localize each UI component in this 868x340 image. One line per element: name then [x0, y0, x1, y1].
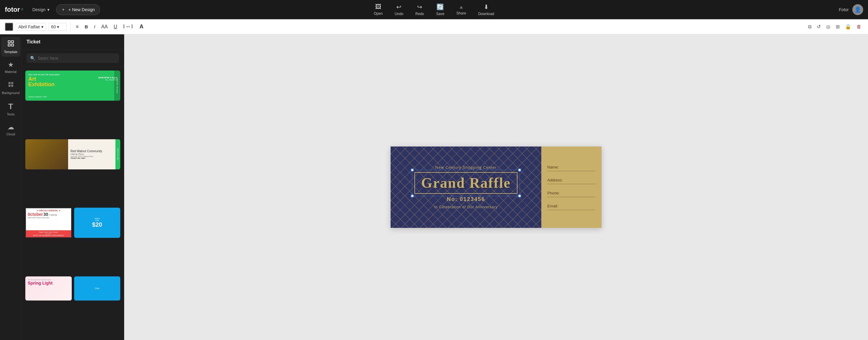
share-tool[interactable]: ⟁ Share	[452, 2, 471, 17]
search-box: 🔍	[22, 50, 124, 67]
text-transform-button[interactable]: A	[138, 22, 145, 31]
sidebar-item-texts[interactable]: T Texts	[1, 99, 21, 119]
handle-bottom-right[interactable]	[518, 194, 521, 197]
download-tool[interactable]: ⬇ Download	[473, 1, 499, 18]
left-sidebar: Template ★ Material Background T Texts ☁…	[0, 34, 22, 340]
redo-label: Redo	[415, 12, 424, 16]
sidebar-item-background[interactable]: Background	[1, 78, 21, 98]
font-color-swatch[interactable]	[5, 23, 13, 31]
star-icon: ★	[8, 61, 14, 69]
trash-icon: 🗑	[857, 24, 861, 30]
undo-tool[interactable]: ↩ Undo	[390, 1, 408, 18]
template-art-exhibition[interactable]: New York Art and Life Association ArtExh…	[25, 70, 120, 101]
ticket-left-section: New Century Shopping Center Grand Raffle	[391, 147, 541, 228]
ticket-field-name: Name:	[547, 164, 595, 171]
cloud-icon: ☁	[7, 123, 14, 131]
ticket-left-content: New Century Shopping Center Grand Raffle	[391, 147, 541, 228]
handle-top-left[interactable]	[411, 168, 414, 172]
share-icon: ⟁	[460, 4, 463, 10]
font-size-label: 60	[51, 24, 56, 29]
flip-button[interactable]: ↺	[815, 23, 823, 31]
save-icon: 🔄	[436, 3, 444, 10]
template-admit-stub[interactable]: ADMIT ONE $20	[74, 208, 121, 238]
save-tool[interactable]: 🔄 Save	[431, 1, 449, 18]
open-label: Open	[374, 11, 382, 16]
transform-icon: A	[140, 24, 144, 30]
template-circus[interactable]: ✦ CIRCUS CARNIVAL ✦ 0ctober 30 7:00PM Gr…	[25, 208, 72, 238]
ticket-main-title[interactable]: Grand Raffle	[421, 176, 510, 190]
template-spring-light[interactable]: The Musical Stone Studio Presents Spring…	[25, 276, 72, 301]
bold-icon: B	[85, 24, 88, 29]
italic-button[interactable]: I	[92, 23, 97, 30]
download-label: Download	[478, 12, 494, 16]
delete-button[interactable]: 🗑	[855, 23, 863, 31]
template-grid: New York Art and Life Association ArtExh…	[22, 67, 124, 340]
svg-rect-2	[8, 44, 10, 46]
canvas-area[interactable]: New Century Shopping Center Grand Raffle	[124, 34, 868, 340]
align-button[interactable]: ≡	[74, 23, 81, 31]
svg-rect-3	[11, 44, 13, 46]
new-design-button[interactable]: ＋ + New Design	[56, 4, 100, 15]
circle-button[interactable]: ◎	[824, 23, 832, 31]
format-bar: Abril Fatfae ▾ 60 ▾ ≡ B I AA U I↔I A ⧉ ↺…	[0, 19, 868, 34]
underline-button[interactable]: U	[112, 23, 119, 31]
design-label: Design	[32, 7, 45, 12]
open-icon: 🖼	[375, 3, 381, 10]
ticket-field-address: Address:	[547, 177, 595, 184]
lock-button[interactable]: 🔒	[843, 23, 853, 31]
open-tool[interactable]: 🖼 Open	[369, 1, 387, 18]
ticket-subtitle: In Celebration of Our Anniversary	[434, 205, 498, 209]
nav-right: Fotor 👤	[839, 4, 863, 15]
name-label: Name:	[547, 165, 559, 169]
ticket-field-email: Email:	[547, 203, 595, 210]
font-size-selector[interactable]: 60 ▾	[49, 23, 67, 31]
template-charity-party[interactable]: Red Walnut Community Charity Party June …	[25, 139, 120, 169]
texts-label: Texts	[7, 113, 15, 116]
font-name-label: Abril Fatfae	[19, 24, 40, 29]
handle-bottom-left[interactable]	[411, 194, 414, 197]
template-blue-stub[interactable]: One	[74, 276, 121, 301]
logo-text: fotor	[5, 6, 20, 13]
ticket-canvas: New Century Shopping Center Grand Raffle	[391, 147, 601, 228]
ticket-right-section: Name: Address: Phone: Email:	[541, 147, 601, 228]
logo[interactable]: fotor ®	[5, 6, 23, 13]
avatar[interactable]: 👤	[852, 4, 863, 15]
share-label: Share	[456, 11, 466, 16]
redo-tool[interactable]: ↪ Redo	[410, 1, 429, 18]
plus-icon: ＋	[61, 7, 65, 12]
copy-button[interactable]: ⧉	[806, 23, 813, 31]
undo-label: Undo	[395, 12, 404, 16]
nav-tools: 🖼 Open ↩ Undo ↪ Redo 🔄 Save ⟁ Share ⬇ Do…	[369, 1, 499, 18]
handle-top-right[interactable]	[518, 168, 521, 172]
template-label: Template	[4, 50, 18, 54]
logo-super: ®	[21, 8, 23, 11]
background-icon	[7, 81, 14, 90]
layers-button[interactable]: ⊞	[834, 23, 841, 31]
user-name: Fotor	[839, 7, 849, 12]
material-label: Material	[5, 70, 17, 73]
sidebar-item-material[interactable]: ★ Material	[1, 58, 21, 76]
lock-icon: 🔒	[845, 24, 851, 30]
chevron-down-icon: ▾	[47, 7, 50, 12]
template-panel: Ticket 🔍 New York Art and Life Associati…	[22, 34, 124, 340]
ticket-field-phone: Phone:	[547, 190, 595, 197]
sidebar-item-template[interactable]: Template	[1, 37, 21, 57]
letter-spacing-button[interactable]: I↔I	[121, 22, 135, 31]
sidebar-item-cloud[interactable]: ☁ Cloud	[1, 120, 21, 139]
aa-button[interactable]: AA	[99, 23, 110, 31]
underline-icon: U	[114, 24, 117, 30]
copy-icon: ⧉	[808, 24, 811, 30]
save-label: Save	[436, 12, 444, 16]
font-family-selector[interactable]: Abril Fatfae ▾	[16, 23, 46, 31]
bold-button[interactable]: B	[83, 23, 90, 30]
panel-title: Ticket	[22, 34, 124, 50]
design-button[interactable]: Design ▾	[29, 5, 53, 14]
font-chevron-icon: ▾	[41, 24, 43, 29]
undo-icon: ↩	[396, 3, 401, 10]
align-icon: ≡	[76, 24, 79, 30]
ticket-title-selected-wrapper[interactable]: Grand Raffle	[414, 172, 517, 194]
spacing-icon: I↔I	[123, 24, 133, 30]
new-design-label: + New Design	[68, 7, 95, 12]
search-input[interactable]	[38, 56, 116, 61]
svg-rect-0	[8, 41, 10, 43]
